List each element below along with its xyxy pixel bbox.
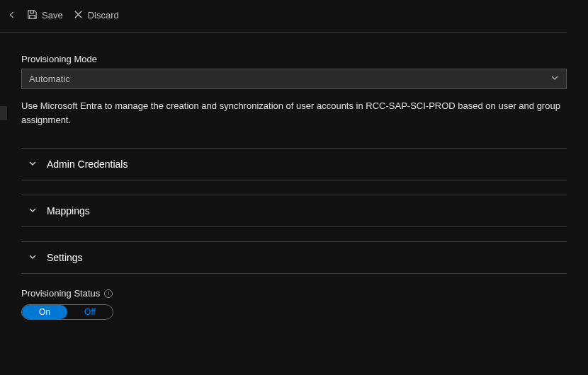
section-mappings[interactable]: Mappings bbox=[21, 195, 567, 227]
provisioning-status-row: Provisioning Status i bbox=[21, 288, 567, 299]
section-admin-credentials[interactable]: Admin Credentials bbox=[21, 148, 567, 180]
provisioning-mode-dropdown[interactable]: Automatic bbox=[21, 69, 567, 89]
provisioning-mode-value: Automatic bbox=[29, 74, 70, 84]
save-button[interactable]: Save bbox=[27, 9, 63, 22]
provisioning-status-label: Provisioning Status bbox=[21, 288, 100, 299]
discard-button[interactable]: Discard bbox=[73, 9, 119, 22]
provisioning-mode-label: Provisioning Mode bbox=[21, 54, 567, 64]
discard-icon bbox=[73, 9, 84, 22]
provisioning-status-toggle[interactable]: On Off bbox=[21, 304, 113, 320]
discard-label: Discard bbox=[88, 10, 119, 21]
section-settings[interactable]: Settings bbox=[21, 241, 567, 274]
admin-credentials-title: Admin Credentials bbox=[47, 158, 128, 170]
content: Provisioning Mode Automatic Use Microsof… bbox=[0, 33, 588, 320]
chevron-down-icon bbox=[28, 206, 37, 217]
chevron-down-icon bbox=[550, 74, 559, 84]
provisioning-description: Use Microsoft Entra to manage the creati… bbox=[21, 99, 567, 127]
info-icon[interactable]: i bbox=[104, 289, 113, 298]
toolbar: Save Discard bbox=[0, 0, 567, 33]
save-icon bbox=[27, 9, 38, 22]
settings-title: Settings bbox=[47, 252, 83, 263]
save-label: Save bbox=[42, 10, 63, 21]
chevron-down-icon bbox=[28, 253, 37, 263]
left-rail-indicator bbox=[0, 106, 7, 120]
toggle-on[interactable]: On bbox=[22, 305, 67, 319]
back-chevron-icon[interactable] bbox=[7, 7, 17, 23]
mappings-title: Mappings bbox=[47, 205, 90, 217]
toggle-off[interactable]: Off bbox=[67, 305, 113, 319]
chevron-down-icon bbox=[28, 159, 37, 170]
